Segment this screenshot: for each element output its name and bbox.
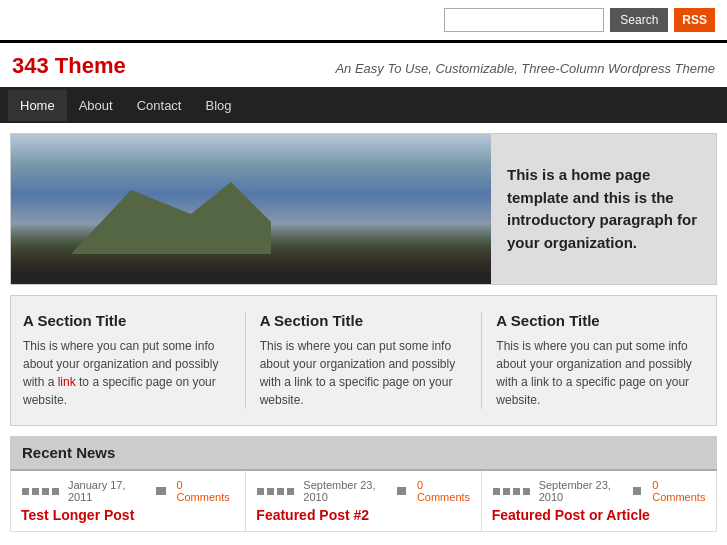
news-item-2: September 23, 2010 0 Comments Featured P… [246, 471, 481, 531]
news-comment-icon-3 [633, 487, 642, 495]
three-column-section: A Section Title This is where you can pu… [10, 295, 717, 426]
news-comments-1[interactable]: 0 Comments [177, 479, 236, 503]
site-title: 343 Theme [12, 53, 126, 79]
col1-title: A Section Title [23, 312, 231, 329]
header: 343 Theme An Easy To Use, Customizable, … [0, 43, 727, 87]
news-comments-2[interactable]: 0 Comments [417, 479, 471, 503]
col2-text: This is where you can put some info abou… [260, 337, 468, 409]
site-tagline: An Easy To Use, Customizable, Three-Colu… [146, 61, 715, 76]
top-bar: Search RSS [0, 0, 727, 43]
nav-item-about[interactable]: About [67, 90, 125, 121]
news-comments-3[interactable]: 0 Comments [652, 479, 706, 503]
search-button[interactable]: Search [610, 8, 668, 32]
news-title-3[interactable]: Featured Post or Article [492, 507, 706, 523]
col1-link[interactable]: link [58, 375, 76, 389]
news-meta-1: January 17, 2011 0 Comments [21, 479, 235, 503]
news-calendar-icon-2 [256, 487, 295, 496]
news-meta-3: September 23, 2010 0 Comments [492, 479, 706, 503]
news-comment-icon-2 [397, 487, 406, 495]
news-columns: January 17, 2011 0 Comments Test Longer … [10, 471, 717, 532]
search-input[interactable] [444, 8, 604, 32]
hero-section: This is a home page template and this is… [10, 133, 717, 285]
nav-item-blog[interactable]: Blog [193, 90, 243, 121]
col1-text: This is where you can put some info abou… [23, 337, 231, 409]
column-3: A Section Title This is where you can pu… [486, 312, 704, 409]
recent-news-header: Recent News [10, 436, 717, 471]
news-date-1: January 17, 2011 [68, 479, 148, 503]
hero-image [11, 134, 491, 284]
news-meta-2: September 23, 2010 0 Comments [256, 479, 470, 503]
news-date-2: September 23, 2010 [303, 479, 389, 503]
recent-news-section: Recent News January 17, 2011 0 Comments … [10, 436, 717, 532]
column-1: A Section Title This is where you can pu… [23, 312, 241, 409]
main-content: This is a home page template and this is… [0, 133, 727, 532]
hero-paragraph: This is a home page template and this is… [507, 164, 700, 254]
col2-title: A Section Title [260, 312, 468, 329]
news-date-3: September 23, 2010 [539, 479, 625, 503]
navigation: Home About Contact Blog [0, 87, 727, 123]
nav-item-contact[interactable]: Contact [125, 90, 194, 121]
news-title-2[interactable]: Featured Post #2 [256, 507, 470, 523]
news-item-3: September 23, 2010 0 Comments Featured P… [482, 471, 716, 531]
column-2: A Section Title This is where you can pu… [250, 312, 478, 409]
news-calendar-icon-3 [492, 487, 531, 496]
col3-text: This is where you can put some info abou… [496, 337, 704, 409]
rss-button[interactable]: RSS [674, 8, 715, 32]
news-item-1: January 17, 2011 0 Comments Test Longer … [11, 471, 246, 531]
news-title-1[interactable]: Test Longer Post [21, 507, 235, 523]
col3-title: A Section Title [496, 312, 704, 329]
nav-item-home[interactable]: Home [8, 90, 67, 121]
news-calendar-icon-1 [21, 487, 60, 496]
news-comment-icon-1 [156, 487, 165, 495]
hero-text-block: This is a home page template and this is… [491, 134, 716, 284]
